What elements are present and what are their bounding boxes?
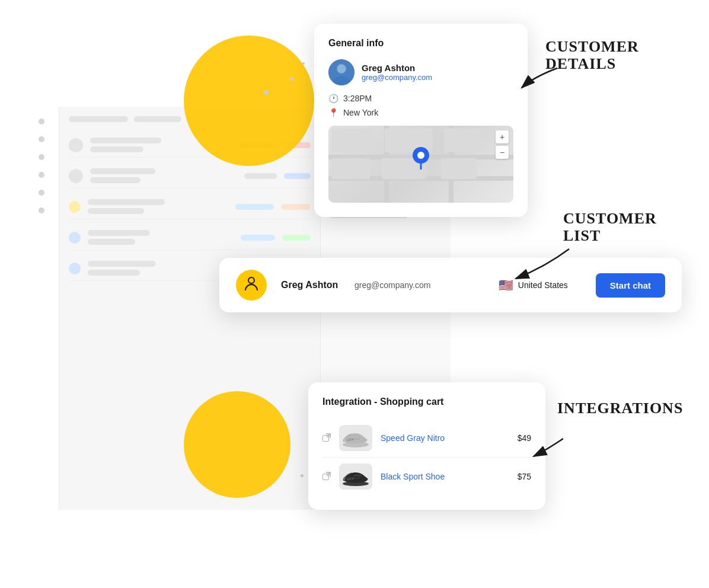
us-flag-icon: 🇺🇸 [499, 278, 513, 292]
customer-list-card: Greg Ashton greg@company.com 🇺🇸 United S… [219, 258, 682, 312]
annotation-integrations: INTEGRATIONS [557, 400, 683, 417]
general-info-title: General info [328, 38, 513, 49]
customer-country: 🇺🇸 United States [499, 278, 582, 292]
shopping-cart-card: Integration - Shopping cart Speed Gray N… [308, 382, 545, 510]
svg-point-16 [347, 479, 349, 481]
start-chat-button[interactable]: Start chat [596, 273, 665, 298]
annotation-customer-list: CUSTOMERLIST [563, 210, 657, 244]
person-icon [243, 275, 260, 295]
dot-decoration [301, 474, 304, 477]
clock-icon: 🕐 [328, 94, 338, 103]
svg-point-6 [248, 277, 254, 283]
customer-avatar [328, 59, 354, 85]
cart-item: Black Sport Shoe $75 [322, 458, 531, 496]
map-container: + − [328, 126, 513, 203]
time-row: 🕐 3:28PM [328, 94, 513, 103]
svg-point-17 [350, 478, 352, 480]
location-value: New York [343, 108, 378, 117]
customer-name: Greg Ashton [362, 63, 432, 73]
customer-name-email: Greg Ashton greg@company.com [362, 63, 432, 82]
general-info-card: General info Greg Ashton greg@company.co… [314, 24, 528, 217]
cart-title: Integration - Shopping cart [322, 397, 531, 407]
shoe-image-1 [339, 425, 372, 451]
external-link-icon-1[interactable] [322, 433, 331, 443]
cart-item-name-2: Black Sport Shoe [381, 472, 509, 481]
yellow-circle-bottom [184, 391, 290, 498]
yellow-circle-top [184, 36, 314, 166]
cart-item-name-1: Speed Gray Nitro [381, 433, 509, 443]
customer-icon-wrapper [236, 270, 267, 301]
map-pin [411, 147, 430, 166]
cart-item-price-1: $49 [518, 433, 531, 443]
customer-email: greg@company.com [362, 73, 432, 82]
annotation-customer-details: CUSTOMERDETAILS [545, 39, 639, 72]
bg-sidebar [24, 107, 59, 510]
map-zoom-in[interactable]: + [496, 130, 509, 143]
customer-info-row: Greg Ashton greg@company.com [328, 59, 513, 85]
svg-point-10 [347, 440, 349, 442]
location-icon: 📍 [328, 108, 338, 117]
dot-decoration [302, 62, 305, 65]
shoe-image-2 [339, 464, 372, 490]
country-name: United States [518, 280, 568, 290]
cart-item: Speed Gray Nitro $49 [322, 419, 531, 458]
svg-point-18 [352, 478, 354, 480]
customer-list-email: greg@company.com [354, 280, 484, 290]
svg-point-12 [352, 439, 354, 440]
map-background: + − [328, 126, 513, 203]
map-zoom-out[interactable]: − [496, 146, 509, 159]
location-row: 📍 New York [328, 108, 513, 117]
time-value: 3:28PM [343, 94, 372, 103]
svg-point-3 [337, 65, 346, 73]
svg-point-11 [350, 439, 352, 441]
cart-item-price-2: $75 [518, 472, 531, 481]
dot-decoration [264, 90, 269, 95]
svg-point-5 [417, 152, 424, 159]
customer-list-name: Greg Ashton [281, 280, 340, 290]
dot-decoration [290, 77, 294, 81]
external-link-icon-2[interactable] [322, 472, 331, 482]
